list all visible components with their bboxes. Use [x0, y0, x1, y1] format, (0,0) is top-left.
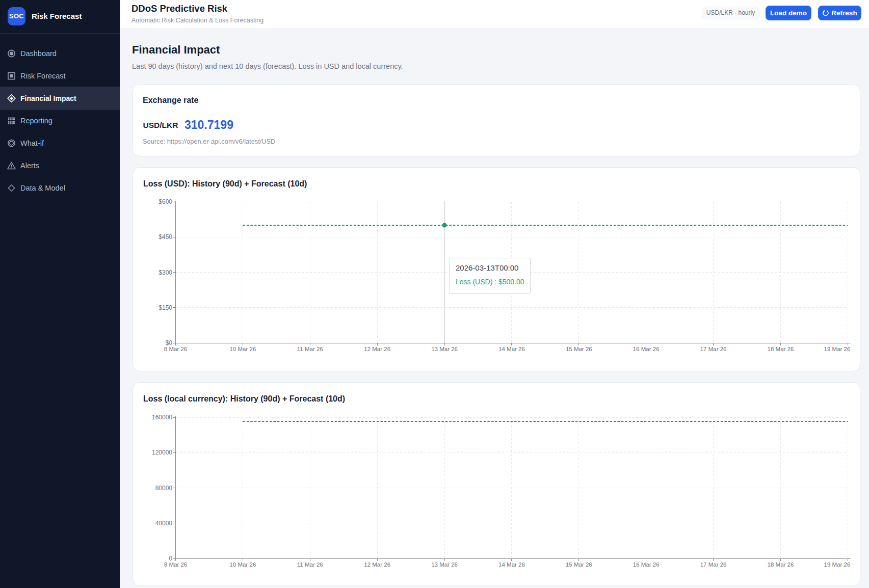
svg-text:80000: 80000 — [155, 485, 173, 492]
svg-text:17 Mar 26: 17 Mar 26 — [700, 346, 727, 352]
svg-text:40000: 40000 — [155, 520, 173, 527]
svg-text:14 Mar 26: 14 Mar 26 — [498, 562, 525, 568]
svg-text:10 Mar 26: 10 Mar 26 — [230, 562, 256, 568]
svg-text:160000: 160000 — [152, 414, 172, 421]
svg-text:0: 0 — [169, 555, 172, 562]
svg-text:8 Mar 26: 8 Mar 26 — [164, 346, 187, 352]
svg-text:12 Mar 26: 12 Mar 26 — [364, 562, 390, 568]
svg-text:18 Mar 26: 18 Mar 26 — [768, 562, 794, 568]
svg-text:15 Mar 26: 15 Mar 26 — [566, 346, 592, 352]
svg-text:10 Mar 26: 10 Mar 26 — [230, 346, 256, 352]
svg-text:19 Mar 26: 19 Mar 26 — [824, 562, 851, 568]
svg-text:16 Mar 26: 16 Mar 26 — [633, 562, 660, 568]
svg-text:11 Mar 26: 11 Mar 26 — [297, 562, 323, 568]
svg-text:15 Mar 26: 15 Mar 26 — [566, 562, 592, 568]
svg-text:12 Mar 26: 12 Mar 26 — [364, 346, 390, 352]
svg-text:$300: $300 — [159, 269, 172, 276]
svg-text:$450: $450 — [159, 233, 172, 240]
svg-text:19 Mar 26: 19 Mar 26 — [824, 346, 851, 352]
svg-text:11 Mar 26: 11 Mar 26 — [297, 346, 323, 352]
svg-text:16 Mar 26: 16 Mar 26 — [633, 346, 660, 352]
svg-text:8 Mar 26: 8 Mar 26 — [164, 562, 187, 568]
svg-text:$600: $600 — [159, 198, 172, 205]
svg-text:$150: $150 — [159, 304, 172, 311]
svg-text:13 Mar 26: 13 Mar 26 — [431, 562, 458, 568]
svg-text:14 Mar 26: 14 Mar 26 — [498, 346, 525, 352]
svg-text:120000: 120000 — [152, 449, 172, 456]
svg-text:$0: $0 — [166, 339, 173, 346]
svg-text:17 Mar 26: 17 Mar 26 — [700, 562, 727, 568]
svg-text:18 Mar 26: 18 Mar 26 — [768, 346, 794, 352]
svg-text:13 Mar 26: 13 Mar 26 — [431, 346, 458, 352]
